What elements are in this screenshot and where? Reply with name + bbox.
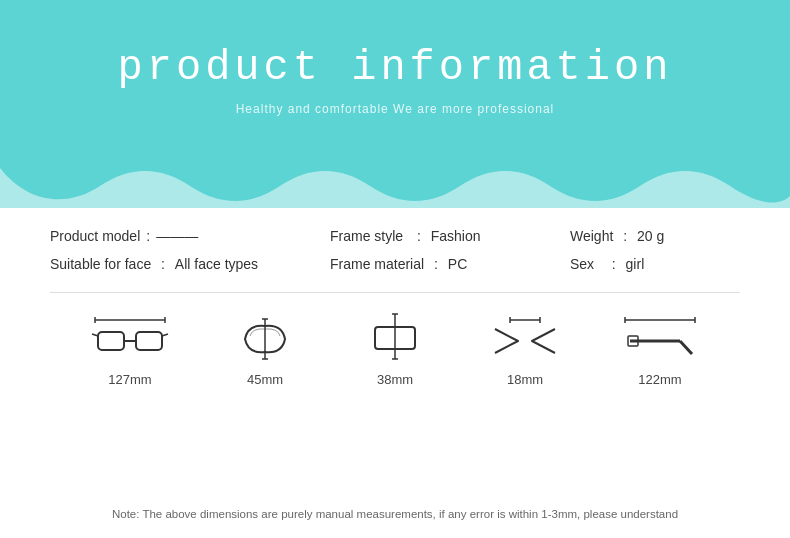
spec-product-model: Product model : ———	[50, 228, 330, 244]
spec-product-model-sep: :	[146, 228, 150, 244]
spec-frame-style-value: Fashion	[431, 228, 481, 244]
svg-line-22	[680, 341, 692, 354]
spec-frame-style: Frame style : Fashion	[330, 228, 570, 244]
temple-icon	[620, 314, 700, 364]
spec-weight-value: 20 g	[637, 228, 664, 244]
lens-height-icon	[230, 314, 300, 364]
spec-product-model-value: ———	[156, 228, 198, 244]
dimensions-section: 127mm 45mm	[50, 309, 740, 387]
spec-sex-sep: :	[600, 256, 619, 272]
header-subtitle: Healthy and comfortable We are more prof…	[236, 102, 555, 116]
spec-weight-label: Weight	[570, 228, 613, 244]
page-wrapper: product information Healthy and comforta…	[0, 0, 790, 538]
spec-frame-material: Frame material : PC	[330, 256, 570, 272]
svg-rect-3	[98, 332, 124, 350]
dim-front-width: 127mm	[90, 314, 170, 387]
spec-weight: Weight : 20 g	[570, 228, 740, 244]
dim-temple-label: 122mm	[638, 372, 681, 387]
wave-divider	[0, 158, 790, 208]
svg-line-6	[92, 334, 98, 336]
dim-front-width-label: 127mm	[108, 372, 151, 387]
spec-face-type-value: All face types	[175, 256, 258, 272]
spec-frame-material-sep: :	[430, 256, 442, 272]
note-text: Note: The above dimensions are purely ma…	[112, 508, 678, 520]
spec-sex-value: girl	[626, 256, 645, 272]
page-title: product information	[118, 44, 673, 92]
dim-lens-width-label: 38mm	[377, 372, 413, 387]
main-content: Product model : ——— Frame style : Fashio…	[0, 208, 790, 538]
spec-face-type-sep: :	[157, 256, 169, 272]
note: Note: The above dimensions are purely ma…	[50, 508, 740, 528]
spec-frame-style-label: Frame style	[330, 228, 403, 244]
spec-frame-material-label: Frame material	[330, 256, 424, 272]
spec-weight-sep: :	[619, 228, 631, 244]
dim-bridge-label: 18mm	[507, 372, 543, 387]
front-width-icon	[90, 314, 170, 364]
lens-width-icon	[360, 309, 430, 364]
svg-line-7	[162, 334, 168, 336]
dim-temple: 122mm	[620, 314, 700, 387]
svg-rect-4	[136, 332, 162, 350]
specs-section: Product model : ——— Frame style : Fashio…	[50, 228, 740, 272]
spec-face-type-label: Suitable for face	[50, 256, 151, 272]
specs-row-1: Product model : ——— Frame style : Fashio…	[50, 228, 740, 244]
header: product information Healthy and comforta…	[0, 0, 790, 160]
spec-product-model-label: Product model	[50, 228, 140, 244]
spec-frame-material-value: PC	[448, 256, 467, 272]
spec-frame-style-sep: :	[409, 228, 425, 244]
dim-lens-width: 38mm	[360, 309, 430, 387]
dim-lens-height-label: 45mm	[247, 372, 283, 387]
divider	[50, 292, 740, 293]
dim-lens-height: 45mm	[230, 314, 300, 387]
dim-bridge: 18mm	[490, 314, 560, 387]
spec-sex-label: Sex	[570, 256, 594, 272]
specs-row-2: Suitable for face : All face types Frame…	[50, 256, 740, 272]
spec-face-type: Suitable for face : All face types	[50, 256, 330, 272]
spec-sex: Sex : girl	[570, 256, 740, 272]
bridge-icon	[490, 314, 560, 364]
